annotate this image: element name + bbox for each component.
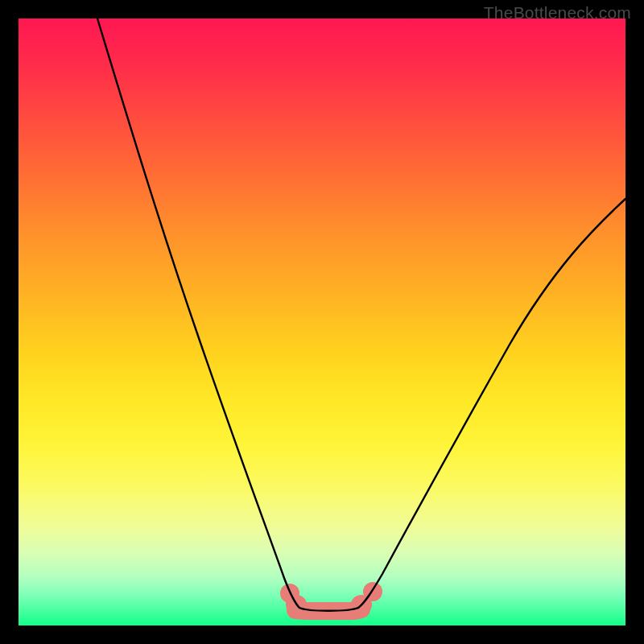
curve-overlay <box>19 19 625 625</box>
plot-area <box>19 19 625 625</box>
bottleneck-curve <box>97 19 625 611</box>
chart-frame: TheBottleneck.com <box>0 0 644 644</box>
watermark-text: TheBottleneck.com <box>484 3 631 23</box>
